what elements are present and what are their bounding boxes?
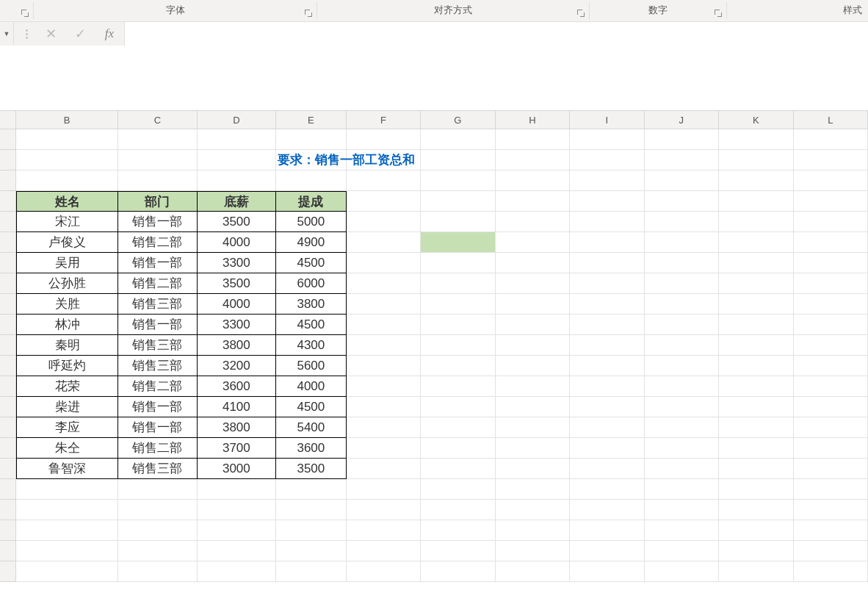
cell[interactable] bbox=[421, 541, 495, 561]
cell[interactable] bbox=[645, 459, 719, 479]
row-header[interactable] bbox=[0, 191, 16, 212]
row-header[interactable] bbox=[0, 438, 16, 459]
cell-base[interactable]: 4000 bbox=[198, 232, 276, 253]
cell-base[interactable]: 3200 bbox=[198, 356, 276, 376]
cell[interactable] bbox=[794, 520, 868, 541]
cell[interactable] bbox=[719, 191, 793, 212]
cell[interactable] bbox=[794, 273, 868, 294]
row-header[interactable] bbox=[0, 170, 16, 191]
cell[interactable] bbox=[794, 356, 868, 376]
cell-name[interactable]: 秦明 bbox=[16, 335, 118, 356]
cell[interactable] bbox=[719, 397, 793, 417]
cell-bonus[interactable]: 5000 bbox=[276, 212, 347, 232]
cell[interactable] bbox=[496, 417, 570, 438]
cell-name[interactable]: 公孙胜 bbox=[16, 273, 118, 294]
cell-dept[interactable]: 销售二部 bbox=[118, 232, 197, 253]
cell[interactable] bbox=[794, 561, 868, 582]
cell[interactable] bbox=[719, 479, 793, 500]
cell[interactable] bbox=[276, 170, 347, 191]
dialog-launcher-icon[interactable] bbox=[21, 9, 29, 17]
cell[interactable] bbox=[794, 397, 868, 417]
cell-dept[interactable]: 销售三部 bbox=[118, 356, 197, 376]
cell[interactable] bbox=[570, 376, 644, 397]
cell[interactable] bbox=[347, 212, 421, 232]
cell[interactable] bbox=[118, 520, 197, 541]
row-header[interactable] bbox=[0, 253, 16, 273]
cell[interactable] bbox=[645, 356, 719, 376]
cell-base[interactable]: 3500 bbox=[198, 273, 276, 294]
cell-base[interactable]: 3800 bbox=[198, 417, 276, 438]
cell[interactable] bbox=[198, 500, 276, 520]
cell[interactable] bbox=[794, 150, 868, 170]
cell[interactable] bbox=[276, 500, 347, 520]
cell-bonus[interactable]: 3600 bbox=[276, 438, 347, 459]
cell[interactable] bbox=[645, 212, 719, 232]
cell[interactable] bbox=[570, 520, 644, 541]
cell[interactable] bbox=[347, 335, 421, 356]
cell[interactable] bbox=[794, 253, 868, 273]
cell[interactable] bbox=[198, 129, 276, 150]
cell[interactable] bbox=[421, 294, 495, 315]
cell[interactable] bbox=[719, 294, 793, 315]
cell-base[interactable]: 4000 bbox=[198, 294, 276, 315]
cell[interactable] bbox=[421, 170, 495, 191]
cell-dept[interactable]: 销售二部 bbox=[118, 273, 197, 294]
cell[interactable] bbox=[570, 129, 644, 150]
column-header[interactable]: L bbox=[794, 111, 868, 129]
cell-base[interactable]: 3600 bbox=[198, 376, 276, 397]
cell[interactable] bbox=[645, 129, 719, 150]
row-header[interactable] bbox=[0, 212, 16, 232]
cell[interactable] bbox=[16, 561, 118, 582]
cell[interactable] bbox=[496, 376, 570, 397]
cell[interactable] bbox=[794, 232, 868, 253]
cell[interactable] bbox=[570, 438, 644, 459]
cell[interactable] bbox=[496, 232, 570, 253]
cell[interactable] bbox=[794, 500, 868, 520]
row-header[interactable] bbox=[0, 356, 16, 376]
cell[interactable] bbox=[794, 376, 868, 397]
cell[interactable] bbox=[421, 479, 495, 500]
cell[interactable] bbox=[421, 376, 495, 397]
cell[interactable] bbox=[645, 376, 719, 397]
cell-name[interactable]: 呼延灼 bbox=[16, 356, 118, 376]
cell[interactable] bbox=[347, 520, 421, 541]
cell[interactable] bbox=[496, 561, 570, 582]
cell[interactable] bbox=[570, 273, 644, 294]
cell[interactable] bbox=[719, 273, 793, 294]
cell[interactable] bbox=[347, 397, 421, 417]
cell[interactable] bbox=[421, 561, 495, 582]
cell[interactable] bbox=[347, 191, 421, 212]
cell[interactable] bbox=[347, 438, 421, 459]
cell[interactable] bbox=[198, 520, 276, 541]
cell[interactable] bbox=[421, 315, 495, 335]
row-header[interactable] bbox=[0, 273, 16, 294]
cell-name[interactable]: 鲁智深 bbox=[16, 459, 118, 479]
cell-base[interactable]: 3300 bbox=[198, 315, 276, 335]
cell[interactable] bbox=[570, 191, 644, 212]
cell[interactable] bbox=[645, 273, 719, 294]
cell[interactable] bbox=[794, 315, 868, 335]
cell[interactable] bbox=[118, 561, 197, 582]
row-header[interactable] bbox=[0, 376, 16, 397]
name-box[interactable]: ▼ bbox=[0, 22, 14, 46]
cell[interactable] bbox=[645, 335, 719, 356]
cell-bonus[interactable]: 4000 bbox=[276, 376, 347, 397]
cell[interactable] bbox=[645, 561, 719, 582]
cell-dept[interactable]: 销售一部 bbox=[118, 397, 197, 417]
row-header[interactable] bbox=[0, 335, 16, 356]
table-header-name[interactable]: 姓名 bbox=[16, 191, 118, 212]
cell[interactable] bbox=[794, 212, 868, 232]
cell[interactable] bbox=[719, 541, 793, 561]
cell[interactable] bbox=[645, 191, 719, 212]
cell[interactable] bbox=[276, 541, 347, 561]
cell[interactable] bbox=[719, 520, 793, 541]
cell[interactable] bbox=[719, 315, 793, 335]
cell[interactable] bbox=[421, 273, 495, 294]
column-header[interactable]: E bbox=[276, 111, 347, 129]
cell[interactable] bbox=[347, 170, 421, 191]
cell-bonus[interactable]: 3800 bbox=[276, 294, 347, 315]
cell[interactable] bbox=[570, 459, 644, 479]
column-header[interactable]: H bbox=[496, 111, 570, 129]
cell[interactable] bbox=[719, 438, 793, 459]
cell[interactable] bbox=[794, 294, 868, 315]
